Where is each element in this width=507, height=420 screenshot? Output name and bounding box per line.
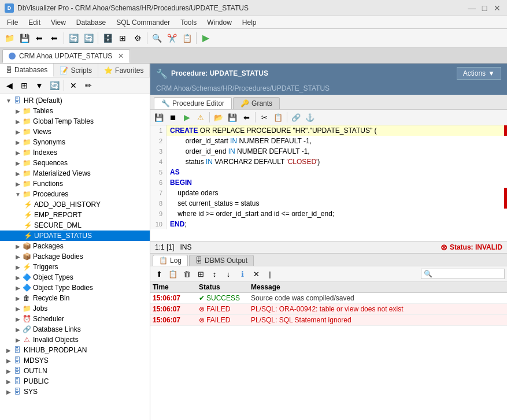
tree-toggle-hr[interactable]: ▼	[5, 96, 13, 105]
tree-toggle-synonyms[interactable]: ▶	[14, 138, 22, 146]
tree-toggle-global-temp[interactable]: ▶	[14, 117, 22, 125]
tree-toggle-jobs[interactable]: ▶	[14, 304, 22, 313]
toolbar-btn-9[interactable]: 📋	[180, 31, 194, 45]
left-tab-scripts[interactable]: 📝 Scripts	[54, 64, 98, 77]
tree-toggle-obj-types[interactable]: ▶	[14, 273, 22, 281]
left-toolbar-delete[interactable]: ✕	[66, 79, 80, 92]
tree-node-db-links[interactable]: ▶ 🔗 Database Links	[0, 324, 150, 334]
menu-database[interactable]: Database	[72, 17, 110, 28]
tree-node-views[interactable]: ▶ 📁 Views	[0, 127, 150, 137]
inner-tab-grants[interactable]: 🔑 Grants	[233, 97, 280, 109]
left-tab-favorites[interactable]: ⭐ Favorites	[98, 64, 150, 77]
tree-node-outln[interactable]: ▶ 🗄 OUTLN	[0, 366, 150, 376]
ed-warn-btn[interactable]: ⚠	[194, 111, 207, 124]
log-btn-8[interactable]: |	[264, 267, 276, 280]
log-btn-info[interactable]: ℹ	[236, 267, 249, 280]
toolbar-btn-7[interactable]: 🔍	[150, 31, 164, 45]
tree-node-emp-report[interactable]: ⚡ EMP_REPORT	[0, 210, 150, 220]
tree-node-secure-dml[interactable]: ⚡ SECURE_DML	[0, 220, 150, 231]
ed-stop-btn[interactable]: ⏹	[166, 111, 179, 124]
menu-tools[interactable]: Tools	[176, 17, 201, 28]
ed-link-btn[interactable]: 🔗	[290, 111, 302, 124]
tree-node-global-temp[interactable]: ▶ 📁 Global Temp Tables	[0, 116, 150, 127]
toolbar-run-btn[interactable]: ▶	[199, 31, 213, 45]
inner-tab-proc-editor[interactable]: 🔧 Procedure Editor	[154, 97, 232, 109]
toolbar-btn-1[interactable]: 📁	[2, 31, 16, 45]
tree-toggle-invalid[interactable]: ▶	[14, 336, 22, 344]
ed-open-btn[interactable]: 📂	[212, 111, 225, 124]
tree-toggle-sequences[interactable]: ▶	[14, 159, 22, 167]
menu-help[interactable]: Help	[238, 17, 261, 28]
log-search-box[interactable]: 🔍	[421, 269, 505, 279]
log-row-2[interactable]: 15:06:07 ⊗ FAILED PL/SQL: ORA-00942: tab…	[150, 304, 507, 315]
tree-toggle-scheduler[interactable]: ▶	[14, 315, 22, 323]
toolbar-btn-db[interactable]: 🗄️	[101, 31, 114, 45]
tree-node-update-status[interactable]: ⚡ UPDATE_STATUS	[0, 231, 150, 241]
log-row-1[interactable]: 15:06:07 ✔ SUCCESS Source code was compi…	[150, 293, 507, 304]
tree-node-packages[interactable]: ▶ 📦 Packages	[0, 241, 150, 251]
log-tab-dbms[interactable]: 🗄 DBMS Output	[189, 255, 254, 266]
tree-node-object-types[interactable]: ▶ 🔷 Object Types	[0, 272, 150, 283]
log-search-input[interactable]	[432, 270, 502, 277]
ed-run-btn[interactable]: ▶	[180, 111, 193, 124]
tree-node-mdsys[interactable]: ▶ 🗄 MDSYS	[0, 355, 150, 366]
tree-node-public[interactable]: ▶ 🗄 PUBLIC	[0, 376, 150, 386]
tree-toggle-kihub[interactable]: ▶	[5, 346, 13, 354]
tree-node-procedures[interactable]: ▼ 📁 Procedures	[0, 189, 150, 199]
left-toolbar-filter[interactable]: ▼	[32, 79, 46, 92]
menu-window[interactable]: Window	[202, 17, 236, 28]
left-toolbar-edit[interactable]: ✏	[82, 79, 95, 92]
ed-anchor-btn[interactable]: ⚓	[304, 111, 316, 124]
toolbar-btn-6[interactable]: 🔄	[82, 31, 95, 45]
toolbar-btn-settings[interactable]: ⚙	[131, 31, 145, 45]
tree-node-functions[interactable]: ▶ 📁 Functions	[0, 179, 150, 189]
tree-node-indexes[interactable]: ▶ 📁 Indexes	[0, 147, 150, 158]
tree-node-hr[interactable]: ▼ 🗄 HR (Default)	[0, 95, 150, 106]
maximize-button[interactable]: □	[479, 3, 490, 13]
minimize-button[interactable]: —	[467, 3, 477, 13]
actions-button[interactable]: Actions ▼	[457, 67, 501, 80]
ed-copy-btn[interactable]: 📋	[272, 111, 284, 124]
ed-cut-btn[interactable]: ✂	[258, 111, 271, 124]
main-tab-crm-ahoa[interactable]: CRM Ahoa UPDATE_STATUS ✕	[2, 49, 130, 63]
log-btn-6[interactable]: ↓	[222, 267, 235, 280]
tree-node-triggers[interactable]: ▶ ⚡ Triggers	[0, 262, 150, 272]
tree-toggle-public[interactable]: ▶	[5, 377, 13, 385]
toolbar-btn-3[interactable]: ⬅	[32, 31, 46, 45]
tree-toggle-views[interactable]: ▶	[14, 128, 22, 136]
menu-file[interactable]: File	[2, 17, 23, 28]
tab-close-btn[interactable]: ✕	[118, 52, 124, 60]
close-button[interactable]: ✕	[492, 3, 502, 13]
tree-toggle-obj-type-bodies[interactable]: ▶	[14, 284, 22, 292]
tree-area[interactable]: ▼ 🗄 HR (Default) ▶ 📁 Tables ▶ 📁 Global T…	[0, 94, 150, 420]
left-toolbar-refresh[interactable]: 🔄	[47, 79, 61, 92]
tree-toggle-indexes[interactable]: ▶	[14, 148, 22, 157]
log-btn-2[interactable]: 📋	[166, 267, 179, 280]
toolbar-btn-4[interactable]: ⬅	[47, 31, 61, 45]
tree-toggle-recycle[interactable]: ▶	[14, 294, 22, 302]
tree-node-jobs[interactable]: ▶ 📁 Jobs	[0, 303, 150, 314]
code-editor[interactable]: 1 CREATE OR REPLACE PROCEDURE "HR"."UPDA…	[150, 125, 507, 241]
log-btn-7[interactable]: ✕	[250, 267, 262, 280]
menu-edit[interactable]: Edit	[24, 17, 45, 28]
left-toolbar-expand[interactable]: ⊞	[17, 79, 31, 92]
tree-node-tables[interactable]: ▶ 📁 Tables	[0, 106, 150, 116]
toolbar-btn-grid[interactable]: ⊞	[116, 31, 129, 45]
left-toolbar-back[interactable]: ◀	[2, 79, 16, 92]
toolbar-btn-5[interactable]: 🔄	[66, 31, 80, 45]
tree-node-pkg-bodies[interactable]: ▶ 📦 Package Bodies	[0, 251, 150, 262]
log-btn-3[interactable]: 🗑	[180, 267, 193, 280]
log-tab-log[interactable]: 📋 Log	[153, 255, 188, 266]
tree-node-recycle-bin[interactable]: ▶ 🗑 Recycle Bin	[0, 293, 150, 303]
ed-save2-btn[interactable]: 💾	[226, 111, 239, 124]
left-tab-databases[interactable]: 🗄 Databases	[0, 64, 54, 77]
log-btn-1[interactable]: ⬆	[153, 267, 165, 280]
tree-node-synonyms[interactable]: ▶ 📁 Synonyms	[0, 137, 150, 147]
menu-sql-commander[interactable]: SQL Commander	[112, 17, 175, 28]
tree-toggle-mat-views[interactable]: ▶	[14, 169, 22, 177]
tree-node-sys[interactable]: ▶ 🗄 SYS	[0, 386, 150, 397]
toolbar-btn-8[interactable]: ✂️	[165, 31, 179, 45]
log-btn-4[interactable]: ⊞	[194, 267, 207, 280]
menu-view[interactable]: View	[46, 17, 71, 28]
tree-toggle-db-links[interactable]: ▶	[14, 325, 22, 333]
